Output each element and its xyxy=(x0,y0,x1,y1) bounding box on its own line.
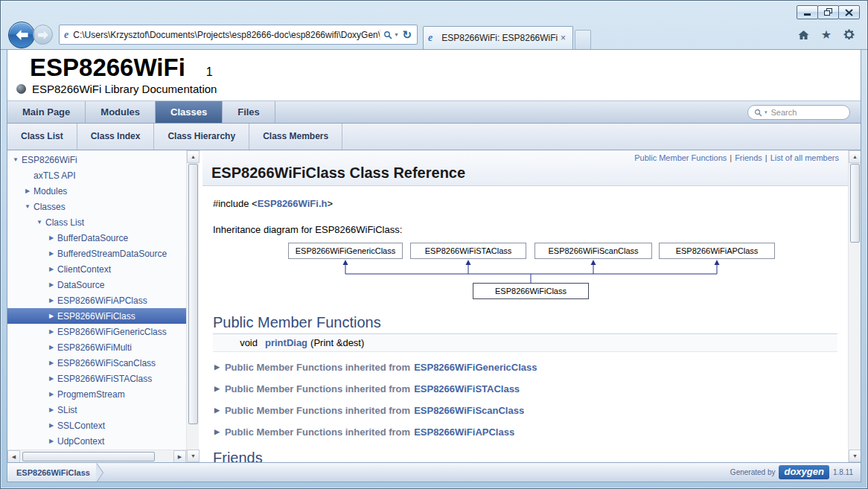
sidebar-item-bufferdatasource[interactable]: ▶BufferDataSource xyxy=(7,230,186,246)
scroll-right-arrow-icon[interactable]: ▶ xyxy=(173,450,186,462)
inherited-section-generic[interactable]: ▶ Public Member Functions inherited from… xyxy=(213,358,837,376)
sidebar-item-axtls-api[interactable]: axTLS API xyxy=(7,167,186,183)
inherited-section-scan[interactable]: ▶ Public Member Functions inherited from… xyxy=(213,401,837,419)
chevron-right-icon[interactable]: ▶ xyxy=(46,250,57,257)
tab-main-page[interactable]: Main Page xyxy=(7,101,86,123)
sidebar-item-esp8266wifiapclass[interactable]: ▶ESP8266WiFiAPClass xyxy=(7,293,186,308)
scroll-up-arrow-icon[interactable]: ▲ xyxy=(849,150,861,163)
tab-class-list[interactable]: Class List xyxy=(7,124,77,150)
members-heading: Public Member Functions xyxy=(213,314,837,334)
sidebar-item-esp8266wifi[interactable]: ▼ESP8266WiFi xyxy=(7,152,186,167)
sidebar-item-esp8266wifistaclass[interactable]: ▶ESP8266WiFiSTAClass xyxy=(7,371,186,386)
search-box[interactable]: ▾ xyxy=(747,105,850,120)
sidebar-vertical-scrollbar[interactable]: ▲ ▼ xyxy=(186,150,199,462)
diagram-box-genericclass[interactable]: ESP8266WiFiGenericClass xyxy=(288,243,403,259)
sidebar-item-bufferedstreamdatasource[interactable]: ▶BufferedStreamDataSource xyxy=(7,246,186,261)
sidebar-item-datasource[interactable]: ▶DataSource xyxy=(7,277,186,293)
include-file-link[interactable]: ESP8266WiFi.h xyxy=(258,198,328,209)
scroll-left-arrow-icon[interactable]: ◀ xyxy=(7,450,20,462)
doxygen-logo[interactable]: doxygen xyxy=(779,465,829,479)
forward-button[interactable] xyxy=(33,25,53,45)
sidebar-item-slist[interactable]: ▶SList xyxy=(7,402,186,418)
close-button[interactable] xyxy=(838,5,860,19)
chevron-right-icon[interactable]: ▶ xyxy=(46,344,57,351)
inherited-class-link[interactable]: ESP8266WiFiAPClass xyxy=(414,426,514,438)
chevron-down-icon[interactable]: ▼ xyxy=(34,219,45,226)
sidebar-item-modules[interactable]: ▶Modules xyxy=(7,183,186,199)
tab-modules[interactable]: Modules xyxy=(86,101,156,123)
breadcrumb-arrow-icon xyxy=(96,463,103,482)
chevron-right-icon[interactable]: ▶ xyxy=(46,359,57,366)
search-input[interactable] xyxy=(770,107,843,118)
search-filter-caret-icon[interactable]: ▾ xyxy=(765,109,768,115)
new-tab-button[interactable] xyxy=(575,30,591,49)
scrollbar-thumb[interactable] xyxy=(22,452,155,461)
back-button[interactable] xyxy=(8,22,35,48)
diagram-box-staclass[interactable]: ESP8266WiFiSTAClass xyxy=(410,243,526,259)
chevron-right-icon[interactable]: ▶ xyxy=(46,266,57,272)
sidebar-horizontal-scrollbar[interactable]: ◀ ▶ xyxy=(7,450,186,462)
scrollbar-thumb[interactable] xyxy=(188,164,198,424)
chevron-down-icon[interactable]: ▼ xyxy=(22,203,33,210)
chevron-right-icon[interactable]: ▶ xyxy=(46,313,57,319)
inherited-section-ap[interactable]: ▶ Public Member Functions inherited from… xyxy=(213,423,837,441)
favorites-star-icon[interactable]: ★ xyxy=(821,29,832,41)
tab-close-icon[interactable]: × xyxy=(558,33,568,43)
content-vertical-scrollbar[interactable]: ▲ ▼ xyxy=(848,150,861,462)
member-name-link[interactable]: printDiag xyxy=(265,337,307,348)
tab-class-index[interactable]: Class Index xyxy=(77,124,155,150)
tab-class-hierarchy[interactable]: Class Hierarchy xyxy=(154,124,249,150)
tab-files[interactable]: Files xyxy=(223,101,275,123)
diagram-box-wificlass[interactable]: ESP8266WiFiClass xyxy=(473,283,589,299)
inherited-class-link[interactable]: ESP8266WiFiSTAClass xyxy=(414,383,520,394)
home-icon[interactable] xyxy=(797,29,810,41)
chevron-right-icon[interactable]: ▶ xyxy=(22,188,33,194)
chevron-right-icon[interactable]: ▶ xyxy=(46,391,57,397)
settings-gear-icon[interactable] xyxy=(843,28,855,41)
chevron-right-icon[interactable]: ▶ xyxy=(46,375,57,382)
search-dropdown-icon[interactable]: ▾ xyxy=(395,31,398,38)
diagram-box-apclass[interactable]: ESP8266WiFiAPClass xyxy=(659,243,775,259)
breadcrumb[interactable]: ESP8266WiFiClass xyxy=(7,463,96,482)
sidebar-item-udpcontext[interactable]: ▶UdpContext xyxy=(7,433,186,449)
inherited-class-link[interactable]: ESP8266WiFiGenericClass xyxy=(414,362,537,373)
diagram-box-scanclass[interactable]: ESP8266WiFiScanClass xyxy=(534,243,652,259)
sidebar-item-progmemstream[interactable]: ▶ProgmemStream xyxy=(7,386,186,402)
link-public-member-functions[interactable]: Public Member Functions xyxy=(634,153,727,162)
link-friends[interactable]: Friends xyxy=(735,153,762,162)
tab-class-members[interactable]: Class Members xyxy=(249,124,342,150)
sidebar-item-esp8266wifigenericclass[interactable]: ▶ESP8266WiFiGenericClass xyxy=(7,324,186,339)
scroll-down-arrow-icon[interactable]: ▼ xyxy=(849,450,861,462)
sidebar-item-classes[interactable]: ▼Classes xyxy=(7,199,186,214)
page-body: ▼ESP8266WiFi axTLS API ▶Modules ▼Classes… xyxy=(7,150,861,462)
sidebar-item-esp8266wifiscanclass[interactable]: ▶ESP8266WiFiScanClass xyxy=(7,355,186,371)
chevron-right-icon[interactable]: ▶ xyxy=(46,438,57,444)
sidebar-item-class-list[interactable]: ▼Class List xyxy=(7,214,186,230)
sidebar-item-sslcontext[interactable]: ▶SSLContext xyxy=(7,418,186,433)
chevron-right-icon[interactable]: ▶ xyxy=(46,328,57,335)
chevron-right-icon[interactable]: ▶ xyxy=(46,234,57,241)
inherited-section-sta[interactable]: ▶ Public Member Functions inherited from… xyxy=(213,380,837,397)
chevron-down-icon[interactable]: ▼ xyxy=(10,156,21,163)
chevron-right-icon[interactable]: ▶ xyxy=(46,297,57,304)
restore-button[interactable] xyxy=(817,5,839,19)
inherited-class-link[interactable]: ESP8266WiFiScanClass xyxy=(414,405,524,416)
sidebar-item-clientcontext[interactable]: ▶ClientContext xyxy=(7,261,186,277)
scrollbar-thumb[interactable] xyxy=(850,164,860,243)
sidebar-item-esp8266wifimulti[interactable]: ▶ESP8266WiFiMulti xyxy=(7,339,186,355)
sidebar-item-esp8266wificlass[interactable]: ▶ESP8266WiFiClass xyxy=(7,308,186,324)
refresh-icon[interactable]: ↻ xyxy=(400,29,414,40)
search-icon[interactable] xyxy=(383,31,392,39)
chevron-right-icon[interactable]: ▶ xyxy=(46,406,57,413)
tab-classes[interactable]: Classes xyxy=(156,101,223,123)
address-bar[interactable]: e C:\Users\Krzysztof\Documents\Projects\… xyxy=(59,25,418,45)
link-all-members[interactable]: List of all members xyxy=(770,153,839,162)
chevron-right-icon[interactable]: ▶ xyxy=(46,281,57,288)
minimize-button[interactable] xyxy=(797,5,818,19)
scroll-down-arrow-icon[interactable]: ▼ xyxy=(187,450,200,462)
scroll-up-arrow-icon[interactable]: ▲ xyxy=(187,150,200,163)
chevron-right-icon[interactable]: ▶ xyxy=(46,422,57,429)
address-url[interactable]: C:\Users\Krzysztof\Documents\Projects\es… xyxy=(73,30,380,40)
browser-tab[interactable]: e ESP8266WiFi: ESP8266WiFi... × xyxy=(423,26,573,49)
main-content: Public Member Functions|Friends|List of … xyxy=(202,150,848,462)
